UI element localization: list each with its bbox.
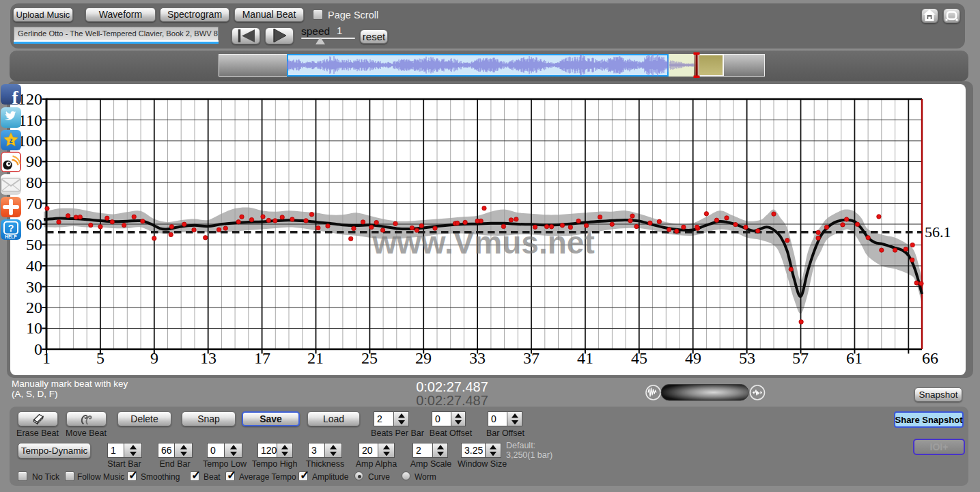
svg-text:120: 120	[18, 90, 42, 108]
svg-text:20: 20	[26, 299, 42, 316]
svg-text:56.1: 56.1	[925, 223, 951, 241]
svg-text:53: 53	[739, 349, 755, 367]
svg-text:110: 110	[18, 111, 42, 129]
svg-text:1: 1	[42, 349, 51, 367]
svg-text:60: 60	[26, 215, 42, 233]
svg-text:66: 66	[922, 349, 938, 367]
svg-text:49: 49	[685, 349, 701, 367]
svg-text:HELP: HELP	[5, 234, 17, 239]
svg-text:30: 30	[26, 278, 42, 296]
svg-text:13: 13	[200, 349, 216, 367]
svg-text:z: z	[9, 137, 12, 144]
svg-text:41: 41	[577, 349, 593, 367]
svg-text:9: 9	[150, 349, 158, 367]
svg-text:37: 37	[523, 349, 540, 367]
svg-text:10: 10	[26, 319, 42, 337]
svg-text:17: 17	[254, 349, 270, 367]
svg-text:40: 40	[26, 257, 42, 275]
svg-text:29: 29	[415, 349, 432, 367]
svg-text:33: 33	[469, 349, 486, 367]
svg-text:80: 80	[26, 174, 42, 191]
svg-text:?: ?	[8, 223, 14, 234]
svg-text:61: 61	[846, 349, 863, 367]
svg-text:5: 5	[96, 349, 104, 367]
svg-text:100: 100	[18, 132, 42, 150]
svg-text:50: 50	[26, 236, 42, 254]
svg-text:57: 57	[792, 349, 809, 367]
svg-text:45: 45	[631, 349, 647, 367]
svg-text:70: 70	[26, 195, 42, 213]
svg-text:90: 90	[26, 152, 42, 170]
svg-text:21: 21	[307, 349, 324, 367]
svg-text:25: 25	[361, 349, 378, 367]
svg-text:0: 0	[34, 340, 42, 358]
